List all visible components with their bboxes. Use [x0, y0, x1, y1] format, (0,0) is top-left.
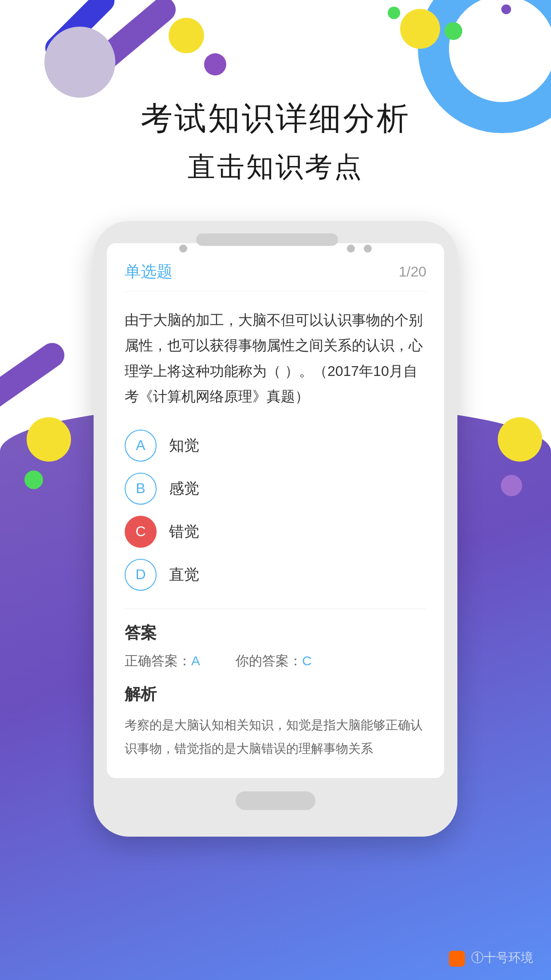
- option-b[interactable]: B 感觉: [125, 473, 426, 505]
- answer-row: 正确答案：A 你的答案：C: [125, 652, 426, 670]
- analysis-section: 解析 考察的是大脑认知相关知识，知觉是指大脑能够正确认识事物，错觉指的是大脑错误…: [125, 684, 426, 760]
- watermark-icon: [449, 951, 465, 967]
- correct-value: A: [191, 653, 200, 668]
- analysis-text: 考察的是大脑认知相关知识，知觉是指大脑能够正确认识事物，错觉指的是大脑错误的理解…: [125, 713, 426, 760]
- phone-screen: 单选题 1/20 由于大脑的加工，大脑不但可以认识事物的个别属性，也可以获得事物…: [107, 243, 444, 778]
- option-circle-a: A: [125, 430, 157, 462]
- option-label-d: 直觉: [169, 565, 199, 585]
- watermark-text: ①十号环境: [471, 951, 533, 964]
- correct-label: 正确答案：: [125, 653, 191, 668]
- option-circle-b: B: [125, 473, 157, 505]
- purple-dot-decoration-3: [501, 475, 522, 496]
- option-circle-d: D: [125, 559, 157, 591]
- option-label-a: 知觉: [169, 435, 199, 456]
- question-header: 单选题 1/20: [125, 261, 426, 292]
- yellow-dot-decoration-4: [498, 417, 542, 462]
- green-dot-decoration-3: [24, 470, 43, 489]
- phone-top-dots: [179, 233, 372, 264]
- phone-home-button: [236, 791, 315, 810]
- option-label-c: 错觉: [169, 522, 199, 542]
- option-d[interactable]: D 直觉: [125, 559, 426, 591]
- user-label: 你的答案：: [236, 653, 302, 668]
- user-value: C: [302, 653, 312, 668]
- analysis-title: 解析: [125, 684, 426, 705]
- phone-dot-3: [364, 245, 372, 253]
- option-label-b: 感觉: [169, 478, 199, 499]
- divider: [125, 609, 426, 609]
- question-type: 单选题: [125, 261, 173, 283]
- option-c[interactable]: C 错觉: [125, 516, 426, 548]
- answer-title: 答案: [125, 622, 426, 644]
- option-circle-c: C: [125, 516, 157, 548]
- yellow-dot-decoration-3: [27, 417, 71, 462]
- question-text: 由于大脑的加工，大脑不但可以认识事物的个别属性，也可以获得事物属性之间关系的认识…: [125, 308, 426, 410]
- phone-mockup: 单选题 1/20 由于大脑的加工，大脑不但可以认识事物的个别属性，也可以获得事物…: [94, 221, 457, 837]
- question-progress: 1/20: [399, 264, 426, 280]
- correct-answer: 正确答案：A: [125, 652, 200, 670]
- phone-dot-2: [347, 245, 355, 253]
- user-answer: 你的答案：C: [236, 652, 312, 670]
- headline-main: 考试知识详细分析: [141, 98, 410, 139]
- headline-sub: 直击知识考点: [141, 148, 410, 186]
- option-a[interactable]: A 知觉: [125, 430, 426, 462]
- headline-block: 考试知识详细分析 直击知识考点: [141, 98, 410, 186]
- phone-speaker: [196, 233, 338, 246]
- watermark: ①十号环境: [449, 949, 533, 967]
- options-list: A 知觉 B 感觉 C 错觉 D 直觉: [125, 430, 426, 591]
- answer-section: 答案 正确答案：A 你的答案：C: [125, 622, 426, 670]
- phone-dot-1: [179, 245, 187, 253]
